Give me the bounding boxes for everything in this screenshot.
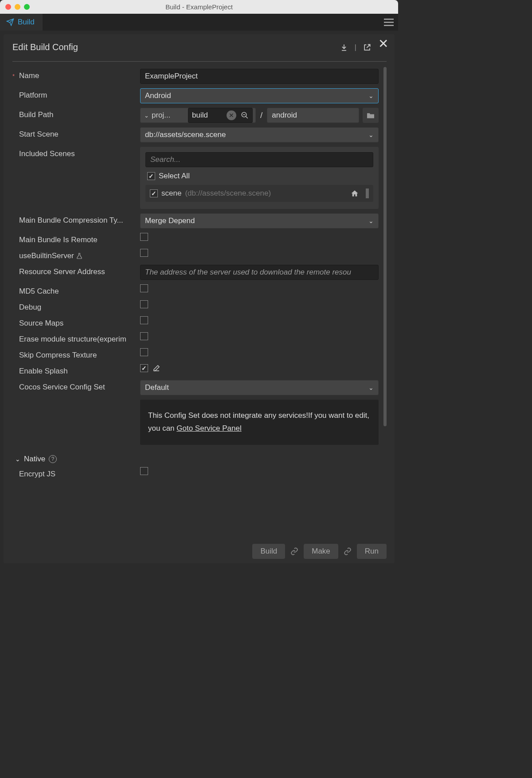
scrollbar[interactable] — [383, 67, 387, 426]
included-scenes-box: Select All scene (db://assets/scene.scen… — [140, 147, 379, 209]
build-path-dir-wrap: ✕ — [188, 108, 253, 123]
label-start-scene: Start Scene — [19, 130, 59, 139]
tab-build-label: Build — [18, 18, 35, 27]
goto-service-panel-link[interactable]: Goto Service Panel — [176, 424, 241, 432]
svg-rect-0 — [384, 19, 394, 20]
select-all-row[interactable]: Select All — [145, 167, 373, 185]
encrypt-js-checkbox[interactable] — [140, 467, 148, 475]
debug-checkbox[interactable] — [140, 300, 148, 308]
panel-title: Edit Build Config — [12, 42, 78, 52]
export-icon[interactable] — [363, 43, 372, 52]
form-body: *Name Platform Android ⌄ Build Path ⌄ pr — [12, 62, 387, 539]
label-platform: Platform — [19, 91, 47, 100]
scene-checkbox[interactable] — [150, 189, 158, 197]
maximize-window-icon[interactable] — [24, 4, 30, 10]
link-icon[interactable] — [289, 547, 300, 555]
svg-rect-2 — [384, 25, 394, 26]
resource-server-input[interactable] — [140, 265, 379, 280]
edit-icon[interactable] — [153, 364, 160, 372]
label-name: Name — [19, 71, 39, 80]
cocos-service-select[interactable]: Default ⌄ — [140, 380, 379, 395]
run-button[interactable]: Run — [357, 544, 387, 559]
zoom-icon[interactable] — [241, 111, 249, 119]
label-source-maps: Source Maps — [19, 319, 63, 328]
home-icon[interactable] — [351, 189, 359, 197]
scenes-search-input[interactable] — [145, 152, 373, 167]
scene-name: scene — [161, 189, 181, 198]
source-maps-checkbox[interactable] — [140, 316, 148, 324]
import-icon[interactable] — [340, 43, 348, 52]
minimize-window-icon[interactable] — [15, 4, 20, 10]
build-panel: ✕ Edit Build Config | *Name Platform And… — [4, 34, 395, 563]
send-icon — [6, 18, 14, 26]
row-md5: MD5 Cache — [12, 284, 387, 296]
help-icon[interactable]: ? — [49, 455, 57, 463]
erase-module-checkbox[interactable] — [140, 332, 148, 340]
panel-header: Edit Build Config | — [12, 42, 387, 62]
platform-select[interactable]: Android ⌄ — [140, 88, 379, 103]
folder-open-icon[interactable] — [363, 108, 379, 123]
label-enable-splash: Enable Splash — [19, 367, 68, 376]
row-start-scene: Start Scene db://assets/scene.scene ⌄ — [12, 127, 387, 142]
traffic-lights — [0, 4, 30, 10]
build-path-sub-label: android — [272, 111, 297, 120]
row-compression-type: Main Bundle Compression Ty... Merge Depe… — [12, 213, 387, 228]
panel-header-actions: | — [340, 43, 372, 52]
label-cocos-service: Cocos Service Config Set — [19, 383, 105, 392]
svg-line-4 — [246, 116, 248, 118]
build-path-prefix[interactable]: ⌄ proj... ✕ — [140, 108, 256, 123]
scene-path: (db://assets/scene.scene) — [185, 189, 271, 198]
skip-compress-checkbox[interactable] — [140, 348, 148, 356]
make-button[interactable]: Make — [304, 544, 338, 559]
select-all-checkbox[interactable] — [147, 172, 155, 180]
use-builtin-server-checkbox[interactable] — [140, 249, 148, 257]
link-icon[interactable] — [342, 547, 353, 555]
row-skip-compress: Skip Compress Texture — [12, 348, 387, 360]
path-slash: / — [259, 110, 263, 120]
row-name: *Name — [12, 69, 387, 84]
row-source-maps: Source Maps — [12, 316, 387, 328]
row-build-path: Build Path ⌄ proj... ✕ / — [12, 108, 387, 123]
build-path-subdir[interactable]: android — [267, 108, 359, 123]
select-all-label: Select All — [159, 172, 190, 181]
row-debug: Debug — [12, 300, 387, 312]
md5-checkbox[interactable] — [140, 284, 148, 292]
label-erase-module: Erase module structure(experim — [19, 335, 126, 344]
platform-select-value: Android — [145, 91, 171, 100]
compression-type-value: Merge Depend — [145, 216, 195, 225]
start-scene-select[interactable]: db://assets/scene.scene ⌄ — [140, 127, 379, 142]
close-window-icon[interactable] — [5, 4, 11, 10]
scene-row-scrollbar[interactable] — [366, 189, 369, 198]
name-input[interactable] — [140, 69, 379, 84]
flask-icon — [76, 252, 83, 259]
hamburger-menu-icon[interactable] — [384, 18, 394, 26]
svg-rect-1 — [384, 22, 394, 23]
label-skip-compress: Skip Compress Texture — [19, 351, 97, 360]
build-button[interactable]: Build — [252, 544, 285, 559]
scene-item[interactable]: scene (db://assets/scene.scene) — [145, 185, 373, 202]
separator: | — [355, 43, 356, 52]
label-compression-type: Main Bundle Compression Ty... — [19, 216, 123, 225]
main-bundle-remote-checkbox[interactable] — [140, 233, 148, 241]
label-debug: Debug — [19, 303, 41, 312]
chevron-down-icon: ⌄ — [368, 217, 374, 224]
row-cocos-service: Cocos Service Config Set Default ⌄ — [12, 380, 387, 395]
label-included-scenes: Included Scenes — [19, 149, 75, 158]
row-main-bundle-remote: Main Bundle Is Remote — [12, 233, 387, 244]
chevron-down-icon: ⌄ — [368, 92, 374, 99]
cocos-service-value: Default — [145, 383, 169, 392]
label-main-bundle-remote: Main Bundle Is Remote — [19, 236, 98, 244]
compression-type-select[interactable]: Merge Depend ⌄ — [140, 213, 379, 228]
enable-splash-checkbox[interactable] — [140, 364, 148, 372]
section-native[interactable]: ⌄ Native ? — [12, 449, 387, 467]
tab-build[interactable]: Build — [0, 14, 43, 31]
label-use-builtin-server: useBuiltinServer — [19, 251, 74, 260]
build-path-dir-input[interactable] — [192, 111, 222, 120]
row-included-scenes: Included Scenes Select All scene (db://a… — [12, 147, 387, 209]
chevron-down-icon: ⌄ — [368, 131, 374, 138]
clear-icon[interactable]: ✕ — [227, 110, 236, 120]
close-icon[interactable]: ✕ — [378, 38, 388, 50]
row-encrypt-js: Encrypt JS — [12, 467, 387, 479]
build-path-prefix-label: proj... — [152, 111, 185, 120]
titlebar: Build - ExampleProject — [0, 0, 398, 14]
